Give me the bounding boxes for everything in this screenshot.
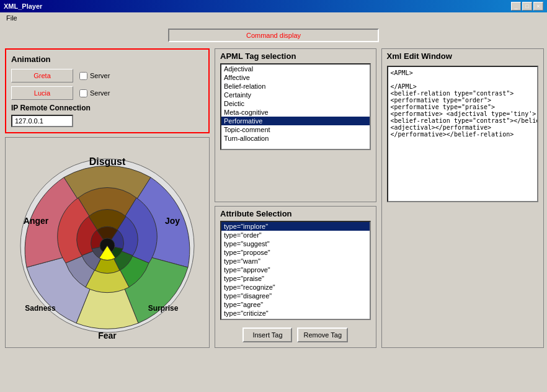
greta-server-row: Server (79, 72, 110, 80)
apml-list-item[interactable]: Deictic (221, 99, 370, 108)
attribute-section: Attribute Selection type="implore"type="… (215, 206, 376, 348)
lucia-button[interactable]: Lucia (11, 86, 73, 100)
middle-row: Animation Greta Server Lucia Server (5, 48, 542, 348)
left-panel: Animation Greta Server Lucia Server (5, 48, 210, 348)
attribute-buttons: Insert Tag Remove Tag (215, 325, 376, 347)
attribute-list-item[interactable]: type="criticize" (221, 309, 370, 318)
main-content: Command display Animation Greta Server L… (0, 24, 547, 353)
svg-text:Sadness: Sadness (25, 304, 56, 313)
close-button[interactable]: × (533, 2, 543, 11)
svg-text:Disgust: Disgust (89, 156, 126, 167)
apml-list-item[interactable]: Turn-allocation (221, 134, 370, 143)
file-menu[interactable]: File (2, 14, 21, 22)
svg-text:Anger: Anger (24, 216, 49, 226)
menu-bar: File (0, 12, 547, 24)
emotion-wheel-container: Disgust Joy Surprise Fear Sadness Anger (5, 137, 210, 348)
apml-list-item[interactable]: Topic-comment (221, 125, 370, 134)
xml-content[interactable]: <APML> </APML> <belief-relation type="co… (387, 66, 539, 202)
attribute-list-item[interactable]: type="agree" (221, 300, 370, 309)
attribute-list-item[interactable]: type="praise" (221, 274, 370, 283)
apml-list-item[interactable]: Certainty (221, 91, 370, 99)
emotion-wheel-svg: Disgust Joy Surprise Fear Sadness Anger (14, 143, 200, 342)
attribute-list-item[interactable]: type="accept" (221, 318, 370, 320)
attribute-list-item[interactable]: type="suggest" (221, 239, 370, 248)
insert-tag-button[interactable]: Insert Tag (242, 327, 292, 342)
attribute-title: Attribute Selection (215, 207, 376, 221)
greta-server-checkbox[interactable] (79, 72, 87, 80)
apml-list-item[interactable]: Performative (221, 117, 370, 125)
attribute-list-item[interactable]: type="disagree" (221, 292, 370, 300)
attribute-list-item[interactable]: type="approve" (221, 265, 370, 274)
greta-server-label: Server (90, 72, 110, 79)
attribute-list-item[interactable]: type="warn" (221, 257, 370, 265)
svg-text:Surprise: Surprise (148, 304, 179, 313)
apml-listbox[interactable]: AdjectivalAffectiveBelief-relationCertai… (220, 63, 371, 150)
window-title: XML_Player (4, 2, 42, 10)
lucia-server-label: Server (90, 89, 110, 97)
apml-section: APML Tag selection AdjectivalAffectiveBe… (215, 48, 376, 202)
attribute-list-item[interactable]: type="propose" (221, 248, 370, 257)
window-controls: _ □ × (511, 2, 543, 11)
minimize-button[interactable]: _ (511, 2, 521, 11)
apml-list-item[interactable]: Adjectival (221, 65, 370, 73)
apml-list-item[interactable]: Meta-cognitive (221, 108, 370, 117)
remove-tag-button[interactable]: Remove Tag (297, 327, 348, 342)
lucia-server-checkbox[interactable] (79, 89, 87, 97)
apml-title: APML Tag selection (215, 49, 376, 63)
xml-section: Xml Edit Window <APML> </APML> <belief-r… (381, 48, 545, 348)
apml-list-item[interactable]: Belief-relation (221, 82, 370, 91)
apml-list-item[interactable]: Affective (221, 73, 370, 82)
ip-input[interactable]: 127.0.0.1 (11, 115, 73, 127)
command-display-box: Command display (168, 29, 379, 42)
attribute-listbox[interactable]: type="implore"type="order"type="suggest"… (220, 221, 371, 320)
command-display-text: Command display (246, 32, 301, 39)
svg-text:Fear: Fear (98, 331, 117, 341)
animation-title: Animation (11, 55, 203, 64)
apml-attr-col: APML Tag selection AdjectivalAffectiveBe… (215, 48, 376, 348)
attribute-list-item[interactable]: type="implore" (221, 222, 370, 231)
maximize-button[interactable]: □ (522, 2, 532, 11)
attribute-list-item[interactable]: type="order" (221, 231, 370, 239)
attribute-list-item[interactable]: type="recognize" (221, 283, 370, 292)
right-area: APML Tag selection AdjectivalAffectiveBe… (215, 48, 544, 348)
xml-title: Xml Edit Window (382, 49, 544, 63)
ip-section: IP Remote Connection 127.0.0.1 (11, 104, 203, 127)
lucia-server-row: Server (79, 89, 110, 97)
command-display-row: Command display (5, 29, 542, 42)
svg-text:Joy: Joy (165, 216, 180, 226)
animation-box: Animation Greta Server Lucia Server (5, 48, 210, 133)
title-bar: XML_Player _ □ × (0, 0, 547, 12)
ip-label: IP Remote Connection (11, 104, 203, 112)
greta-button[interactable]: Greta (11, 69, 73, 82)
greta-row: Greta Server (11, 69, 203, 82)
lucia-row: Lucia Server (11, 86, 203, 100)
